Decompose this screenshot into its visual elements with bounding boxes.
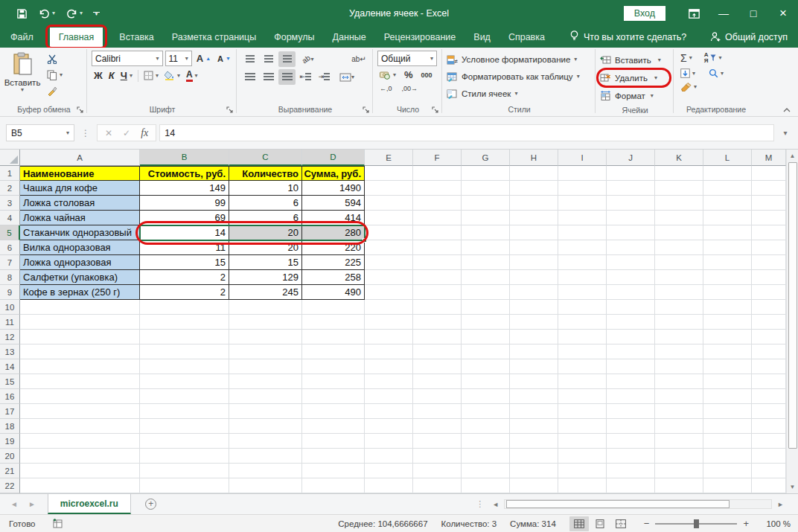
cell-F13[interactable] [413,344,462,359]
cell-H4[interactable] [510,211,558,225]
cell-I18[interactable] [558,419,607,434]
cell-F14[interactable] [413,359,462,374]
cell-C19[interactable] [229,434,302,449]
cell-B20[interactable] [140,449,229,464]
cell-K6[interactable] [655,240,703,255]
cell-B12[interactable] [140,330,229,344]
cell-I2[interactable] [558,181,607,196]
cell-D3[interactable]: 594 [302,196,365,211]
cell-H18[interactable] [510,419,558,434]
tab-review[interactable]: Рецензирование [375,28,465,47]
cell-F17[interactable] [413,404,462,419]
row-header-14[interactable]: 14 [0,359,20,374]
cell-M8[interactable] [752,270,786,285]
cell-B2[interactable]: 149 [140,181,229,196]
minimize-button[interactable]: — [709,0,738,27]
cell-D13[interactable] [302,344,365,359]
column-header-C[interactable]: C [229,150,302,166]
cell-H20[interactable] [510,449,558,464]
cell-H19[interactable] [510,434,558,449]
cell-D22[interactable] [302,478,365,493]
cell-K7[interactable] [655,255,703,270]
cell-E20[interactable] [365,449,413,464]
cell-J10[interactable] [607,300,655,315]
cell-I7[interactable] [558,255,607,270]
cell-J13[interactable] [607,344,655,359]
cell-L22[interactable] [703,478,752,493]
cell-I20[interactable] [558,449,607,464]
merge-center-button[interactable]: ▾ [334,69,360,85]
cell-L8[interactable] [703,270,752,285]
cell-B4[interactable]: 69 [140,211,229,225]
cell-G14[interactable] [462,359,510,374]
zoom-percentage[interactable]: 100 % [762,519,791,528]
cell-A2[interactable]: Чашка для кофе [20,181,140,196]
cell-G4[interactable] [462,211,510,225]
formula-input[interactable]: 14 [159,124,774,141]
cell-L10[interactable] [703,300,752,315]
cell-A7[interactable]: Ложка одноразовая [20,255,140,270]
scroll-down-icon[interactable]: ▼ [787,481,798,493]
increase-indent-button[interactable]: ⇥ [316,69,333,85]
customize-qat-icon[interactable]: ▾ [93,12,100,16]
cell-K1[interactable] [655,166,703,181]
percent-style-button[interactable]: % [402,68,415,82]
align-right-button[interactable] [278,69,296,85]
column-header-E[interactable]: E [365,150,413,166]
cell-F8[interactable] [413,270,462,285]
cell-E10[interactable] [365,300,413,315]
cell-E12[interactable] [365,330,413,344]
cell-G13[interactable] [462,344,510,359]
cell-J16[interactable] [607,389,655,404]
bold-button[interactable]: Ж [92,68,105,83]
cell-B15[interactable] [140,374,229,389]
cell-I5[interactable] [558,225,607,240]
cell-F18[interactable] [413,419,462,434]
row-header-11[interactable]: 11 [0,315,20,330]
cell-L21[interactable] [703,464,752,478]
cell-I12[interactable] [558,330,607,344]
column-header-D[interactable]: D [302,150,365,166]
row-header-7[interactable]: 7 [0,255,20,270]
cell-J22[interactable] [607,478,655,493]
cell-H3[interactable] [510,196,558,211]
cell-D6[interactable]: 220 [302,240,365,255]
cell-M2[interactable] [752,181,786,196]
tab-page-layout[interactable]: Разметка страницы [163,28,265,47]
cell-K16[interactable] [655,389,703,404]
cell-L16[interactable] [703,389,752,404]
cell-D21[interactable] [302,464,365,478]
scroll-right-icon[interactable]: ► [775,501,786,508]
cell-C11[interactable] [229,315,302,330]
cell-L14[interactable] [703,359,752,374]
save-icon[interactable] [16,8,28,19]
cell-M6[interactable] [752,240,786,255]
row-header-15[interactable]: 15 [0,374,20,389]
number-format-select[interactable]: Общий▾ [377,51,437,66]
cell-A1[interactable]: Наименование [20,166,140,181]
maximize-button[interactable]: □ [738,0,768,27]
cell-D20[interactable] [302,449,365,464]
cell-J7[interactable] [607,255,655,270]
cell-I19[interactable] [558,434,607,449]
normal-view-button[interactable] [569,516,589,531]
cell-C13[interactable] [229,344,302,359]
row-header-9[interactable]: 9 [0,285,20,300]
cell-E9[interactable] [365,285,413,300]
cell-G16[interactable] [462,389,510,404]
column-header-J[interactable]: J [607,150,655,166]
cell-D2[interactable]: 1490 [302,181,365,196]
cell-C18[interactable] [229,419,302,434]
tab-home[interactable]: Главная [50,28,103,47]
cell-G5[interactable] [462,225,510,240]
tell-me-search[interactable]: Что вы хотите сделать? [570,31,686,44]
cell-C20[interactable] [229,449,302,464]
cell-F19[interactable] [413,434,462,449]
cell-M22[interactable] [752,478,786,493]
cell-J17[interactable] [607,404,655,419]
paste-dropdown-icon[interactable]: ▾ [21,87,24,93]
cell-I22[interactable] [558,478,607,493]
cell-K12[interactable] [655,330,703,344]
row-header-5[interactable]: 5 [0,225,20,240]
cell-H1[interactable] [510,166,558,181]
